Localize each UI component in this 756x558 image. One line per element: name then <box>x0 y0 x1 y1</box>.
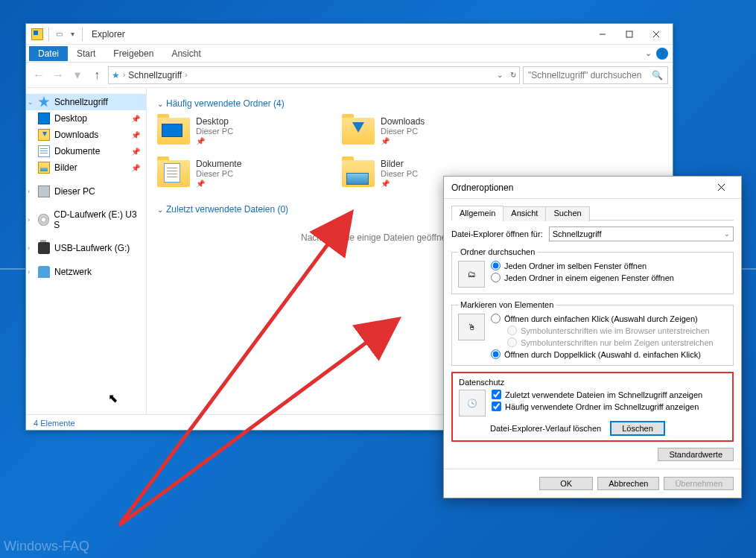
folder-icon <box>342 160 375 187</box>
breadcrumb-root[interactable]: Schnellzugriff <box>128 70 182 80</box>
nav-history-button[interactable]: ▾ <box>69 67 86 83</box>
item-count: 4 Elemente <box>34 419 75 428</box>
nav-quick-access[interactable]: ⌄Schnellzugriff <box>26 94 146 110</box>
click-items-group: Markieren von Elementen 🖱 Öffnen durch e… <box>451 300 734 366</box>
qat-properties-icon[interactable]: ▭ <box>52 28 66 41</box>
folder-options-dialog: Ordneroptionen Allgemein Ansicht Suchen … <box>443 176 742 498</box>
network-icon <box>38 266 50 278</box>
chevron-down-icon: ⌄ <box>157 100 163 108</box>
folder-icon <box>157 160 190 187</box>
tab-view[interactable]: Ansicht <box>162 46 209 61</box>
downloads-icon <box>38 129 50 141</box>
address-bar[interactable]: ★ › Schnellzugriff › ⌄ ↻ <box>108 66 520 84</box>
nav-forward-button[interactable]: → <box>50 67 66 83</box>
dialog-footer: OK Abbrechen Übernehmen <box>444 469 741 498</box>
dialog-titlebar: Ordneroptionen <box>444 177 741 199</box>
tab-general[interactable]: Allgemein <box>451 206 504 221</box>
nav-network[interactable]: ›Netzwerk <box>26 264 146 280</box>
minimize-button[interactable] <box>589 25 616 44</box>
pin-icon: 📌 <box>131 115 140 123</box>
search-icon: 🔍 <box>652 70 663 80</box>
chevron-down-icon: ⌄ <box>724 230 730 238</box>
folder-downloads[interactable]: DownloadsDieser PC📌 <box>342 116 506 145</box>
search-placeholder: "Schnellzugriff" durchsuchen <box>528 70 641 80</box>
nav-back-button[interactable]: ← <box>31 67 47 83</box>
radio-underline-point: Symbolunterschriften nur beim Zeigen unt… <box>491 337 727 347</box>
apply-button: Übernehmen <box>664 477 734 490</box>
restore-defaults-button[interactable]: Standardwerte <box>658 448 734 461</box>
clear-history-label: Datei-Explorer-Verlauf löschen <box>490 424 601 433</box>
radio-same-window[interactable]: Jeden Ordner im selben Fenster öffnen <box>491 261 727 270</box>
cd-icon <box>38 214 49 226</box>
addr-dropdown-icon[interactable]: ⌄ <box>497 71 503 79</box>
pc-icon <box>38 186 50 197</box>
check-frequent-folders[interactable]: Häufig verwendete Ordner im Schnellzugri… <box>492 402 726 411</box>
folder-icon <box>342 118 375 145</box>
privacy-group: Datenschutz 🕓 Zuletzt verwendete Dateien… <box>451 372 734 442</box>
pin-icon: 📌 <box>196 137 233 145</box>
tab-file[interactable]: Datei <box>29 46 68 61</box>
pin-icon: 📌 <box>131 164 140 172</box>
desktop-icon <box>38 112 50 124</box>
section-frequent-folders[interactable]: ⌄Häufig verwendete Ordner (4) <box>157 98 662 109</box>
svg-rect-1 <box>626 31 632 37</box>
nav-documents[interactable]: Dokumente📌 <box>26 143 146 159</box>
usb-icon <box>38 242 50 254</box>
close-button[interactable] <box>643 25 670 44</box>
window-title: Explorer <box>92 29 125 39</box>
cancel-button[interactable]: Abbrechen <box>597 477 659 490</box>
documents-icon <box>38 145 50 157</box>
star-icon: ★ <box>112 70 120 80</box>
chevron-down-icon: ⌄ <box>157 206 163 214</box>
pin-icon: 📌 <box>131 148 140 156</box>
click-items-icon: 🖱 <box>458 314 485 340</box>
open-for-select[interactable]: Schnellzugriff⌄ <box>549 226 734 241</box>
folder-icon <box>157 118 190 145</box>
radio-single-click[interactable]: Öffnen durch einfachen Klick (Auswahl du… <box>491 314 727 323</box>
pin-icon: 📌 <box>196 180 241 188</box>
nav-pane: ⌄Schnellzugriff Desktop📌 Downloads📌 Doku… <box>26 88 147 414</box>
titlebar: ▭ ▾ Explorer <box>26 24 673 45</box>
tab-view[interactable]: Ansicht <box>503 206 546 221</box>
explorer-icon <box>31 28 43 40</box>
folder-documents[interactable]: DokumenteDieser PC📌 <box>157 159 321 188</box>
tab-share[interactable]: Freigeben <box>104 46 162 61</box>
chevron-right-icon: › <box>123 71 125 79</box>
browse-folders-group: Ordner durchsuchen 🗂 Jeden Ordner im sel… <box>451 247 734 294</box>
nav-up-button[interactable]: ↑ <box>89 67 105 83</box>
nav-usb-drive[interactable]: ›USB-Laufwerk (G:) <box>26 240 146 256</box>
refresh-icon[interactable]: ↻ <box>510 71 516 79</box>
open-for-label: Datei-Explorer öffnen für: <box>451 229 543 238</box>
ok-button[interactable]: OK <box>539 477 593 490</box>
folder-desktop[interactable]: DesktopDieser PC📌 <box>157 116 321 145</box>
navbar: ← → ▾ ↑ ★ › Schnellzugriff › ⌄ ↻ "Schnel… <box>26 63 673 88</box>
qat-dropdown-icon[interactable]: ▾ <box>66 28 79 41</box>
dialog-title: Ordneroptionen <box>451 183 513 193</box>
search-input[interactable]: "Schnellzugriff" durchsuchen 🔍 <box>523 66 668 84</box>
star-icon <box>38 96 50 108</box>
tab-search[interactable]: Suchen <box>545 206 589 221</box>
privacy-icon: 🕓 <box>459 390 486 416</box>
browse-folders-icon: 🗂 <box>458 261 485 288</box>
radio-underline-browser: Symbolunterschriften wie im Browser unte… <box>491 326 727 335</box>
clear-button[interactable]: Löschen <box>610 421 665 436</box>
nav-desktop[interactable]: Desktop📌 <box>26 110 146 127</box>
check-recent-files[interactable]: Zuletzt verwendete Dateien im Schnellzug… <box>492 390 726 399</box>
nav-downloads[interactable]: Downloads📌 <box>26 127 146 143</box>
nav-this-pc[interactable]: ›Dieser PC <box>26 183 146 200</box>
dialog-close-button[interactable] <box>708 179 734 197</box>
ribbon-collapse-icon[interactable]: ⌄ <box>645 48 652 58</box>
nav-bilder[interactable]: Bilder📌 <box>26 159 146 176</box>
nav-cd-drive[interactable]: ›CD-Laufwerk (E:) U3 S <box>26 207 146 232</box>
pin-icon: 📌 <box>381 137 425 145</box>
watermark: Windows-FAQ <box>4 539 89 554</box>
cursor-icon: ⬉ <box>108 391 118 405</box>
radio-double-click[interactable]: Öffnen durch Doppelklick (Auswahl d. ein… <box>491 349 727 359</box>
ribbon: Datei Start Freigeben Ansicht ⌄ ? <box>26 45 673 63</box>
maximize-button[interactable] <box>616 25 643 44</box>
help-icon[interactable]: ? <box>656 48 668 60</box>
pin-icon: 📌 <box>131 131 140 139</box>
tab-start[interactable]: Start <box>68 46 104 61</box>
privacy-legend: Datenschutz <box>459 378 726 387</box>
radio-own-window[interactable]: Jeden Ordner in einem eigenen Fenster öf… <box>491 273 727 282</box>
